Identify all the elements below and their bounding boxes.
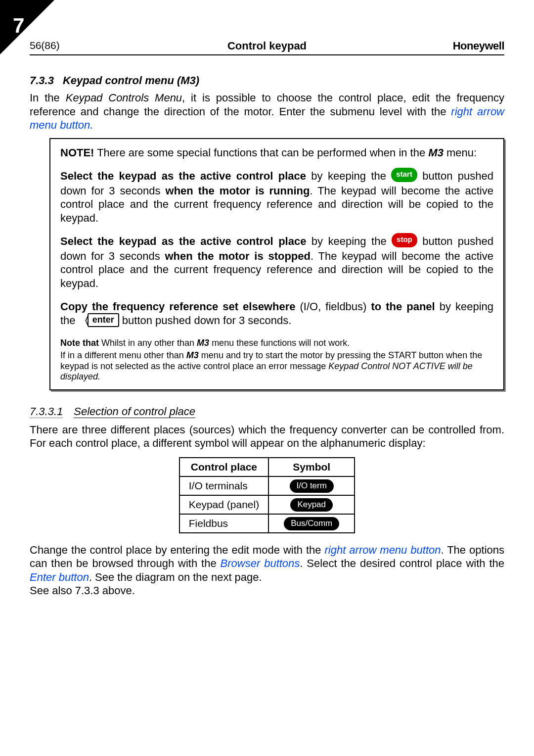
section-title: Keypad control menu (M3) [63,74,199,87]
symbol-pill-buscomm: Bus/Comm [284,517,339,530]
text: Change the control place by entering the… [30,544,325,556]
note-footnote-1: Note that Whilst in any other than M3 me… [60,338,493,349]
text: button pushed down for 3 seconds. [119,314,292,327]
note-line-1: NOTE! There are some special functions t… [60,146,493,160]
page-body: 7.3.3Keypad control menu (M3) In the Key… [30,74,504,602]
subsection-heading: 7.3.3.1Selection of control place [30,405,504,418]
text-bold: to the panel [371,300,435,313]
cell-control-place: Keypad (panel) [179,495,268,514]
symbol-pill-keypad: Keypad [290,498,333,512]
th-symbol: Symbol [268,458,355,476]
text-bold-italic: M3 [197,338,209,348]
header-title: Control keypad [30,40,504,52]
cell-control-place: I/O terminals [179,476,268,495]
th-control-place: Control place [179,458,268,476]
text: . Select the desired control place with … [300,557,504,569]
chapter-number: 7 [13,14,24,38]
text-bold-italic: M3 [428,146,444,159]
control-place-table: Control place Symbol I/O terminals I/O t… [179,457,356,533]
subsection-intro: There are three different places (source… [30,423,504,450]
cell-symbol: Bus/Comm [268,514,355,533]
cell-control-place: Fieldbus [179,514,268,533]
stop-button-icon: stop [392,233,417,247]
cell-symbol: I/O term [268,476,355,495]
table-row: Keypad (panel) Keypad [179,495,355,514]
text: If in a different menu other than [60,350,186,360]
text: menu these functions will not work. [209,338,350,348]
link-right-arrow-menu-button[interactable]: right arrow menu button [325,544,441,556]
subsection-title: Selection of control place [74,405,195,418]
text: . [90,119,93,131]
text: There are some special functions that ca… [94,146,428,159]
brand-logo-text: Honeywell [453,40,504,52]
text-bold: Note that [60,338,101,348]
text-bold: NOTE! [60,146,94,159]
text-italic: Keypad Controls Menu [66,92,182,104]
text: menu: [444,146,477,159]
link-browser-buttons[interactable]: Browser buttons [221,557,300,569]
text: . See the diagram on the next page. [89,571,262,583]
text: by keeping the [306,170,391,182]
cell-symbol: Keypad [268,495,355,514]
text-bold: when the motor is stopped [165,250,311,262]
section-heading: 7.3.3Keypad control menu (M3) [30,74,504,87]
note-start-paragraph: Select the keypad as the active control … [60,169,493,225]
note-enter-paragraph: Copy the frequency reference set elsewhe… [60,300,493,328]
subsection-number: 7.3.3.1 [30,405,63,418]
page-header: 56(86) Control keypad Honeywell [30,40,504,55]
text: Whilst in any other than [101,338,197,348]
link-enter-button[interactable]: Enter button [30,571,89,583]
text: by keeping the [306,235,392,247]
enter-button-icon: enter [79,314,119,327]
symbol-pill-io-term: I/O term [290,479,334,493]
text: (I/O, fieldbus) [295,300,371,313]
table-row: I/O terminals I/O term [179,476,355,495]
text-bold: when the motor is running [166,185,310,197]
text-bold: Select the keypad as the active control … [60,170,306,182]
note-box: NOTE! There are some special functions t… [49,138,504,390]
section-number: 7.3.3 [30,74,54,87]
text: See also 7.3.3 above. [30,584,135,597]
text-bold: Select the keypad as the active control … [60,235,306,247]
text: In the [30,92,66,104]
intro-paragraph: In the Keypad Controls Menu, it is possi… [30,91,504,132]
outro-paragraph: Change the control place by entering the… [30,543,504,598]
table-row: Fieldbus Bus/Comm [179,514,355,533]
note-footnote-2: If in a different menu other than M3 men… [60,350,493,382]
enter-button-label: enter [88,313,119,327]
table-header-row: Control place Symbol [179,458,355,476]
note-stop-paragraph: Select the keypad as the active control … [60,235,493,290]
text-bold: Copy the frequency reference set elsewhe… [60,300,295,313]
text-bold-italic: M3 [186,350,199,360]
start-button-icon: start [391,168,417,182]
